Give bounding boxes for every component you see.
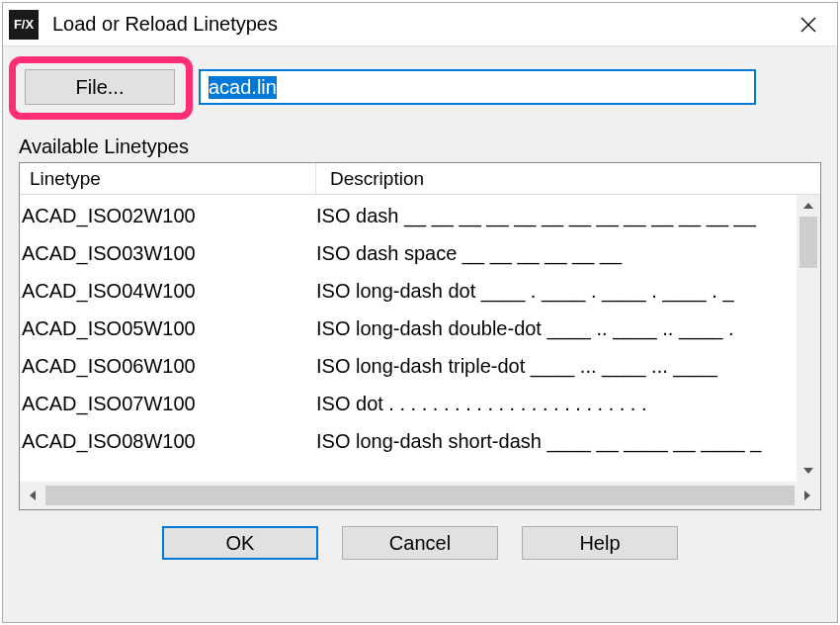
cell-description: ISO long-dash triple-dot ____ ... ____ .… xyxy=(316,347,820,385)
file-input-value: acad.lin xyxy=(209,76,277,99)
svg-marker-2 xyxy=(803,203,813,209)
vertical-scrollbar[interactable] xyxy=(797,195,820,482)
dialog-content: File... acad.lin Available Linetypes Lin… xyxy=(3,46,837,622)
linetype-listbox[interactable]: Linetype Description ACAD_ISO02W100ISO d… xyxy=(19,162,821,510)
list-rows: ACAD_ISO02W100ISO dash __ __ __ __ __ __… xyxy=(20,195,820,460)
horizontal-scroll-thumb[interactable] xyxy=(45,486,795,505)
close-icon xyxy=(800,17,816,33)
cell-linetype: ACAD_ISO03W100 xyxy=(22,234,316,272)
cell-description: ISO long-dash dot ____ . ____ . ____ . _… xyxy=(316,272,820,310)
list-headers: Linetype Description xyxy=(20,163,820,195)
cell-description: ISO dash space __ __ __ __ __ __ xyxy=(316,234,820,272)
horizontal-scrollbar[interactable] xyxy=(20,482,820,509)
cell-description: ISO long-dash short-dash ____ __ ____ __… xyxy=(316,422,820,460)
cell-description: ISO long-dash double-dot ____ .. ____ ..… xyxy=(316,310,820,347)
table-row[interactable]: ACAD_ISO06W100ISO long-dash triple-dot _… xyxy=(22,347,820,385)
dialog-title: Load or Reload Linetypes xyxy=(52,13,278,36)
cell-linetype: ACAD_ISO05W100 xyxy=(22,310,316,347)
cell-linetype: ACAD_ISO02W100 xyxy=(22,197,316,234)
table-row[interactable]: ACAD_ISO08W100ISO long-dash short-dash _… xyxy=(22,422,820,460)
ok-button[interactable]: OK xyxy=(162,526,318,560)
table-row[interactable]: ACAD_ISO05W100ISO long-dash double-dot _… xyxy=(22,310,820,347)
help-button[interactable]: Help xyxy=(522,526,678,560)
close-button[interactable] xyxy=(780,3,837,46)
dialog-buttons: OK Cancel Help xyxy=(19,526,821,560)
file-row: File... acad.lin xyxy=(19,56,821,118)
table-row[interactable]: ACAD_ISO02W100ISO dash __ __ __ __ __ __… xyxy=(22,197,820,234)
scroll-down-arrow-icon[interactable] xyxy=(797,460,820,482)
cancel-button[interactable]: Cancel xyxy=(342,526,498,560)
svg-marker-5 xyxy=(804,491,810,500)
file-button[interactable]: File... xyxy=(25,69,175,105)
scroll-up-arrow-icon[interactable] xyxy=(797,195,820,217)
cell-linetype: ACAD_ISO04W100 xyxy=(22,272,316,310)
cell-linetype: ACAD_ISO07W100 xyxy=(22,385,316,422)
table-row[interactable]: ACAD_ISO07W100ISO dot . . . . . . . . . … xyxy=(22,385,820,422)
load-linetypes-dialog: F/X Load or Reload Linetypes File... aca… xyxy=(2,2,838,623)
cell-linetype: ACAD_ISO08W100 xyxy=(22,422,316,460)
horizontal-scroll-track[interactable] xyxy=(45,486,795,505)
file-input[interactable]: acad.lin xyxy=(199,69,756,105)
vertical-scroll-thumb[interactable] xyxy=(799,217,817,268)
titlebar: F/X Load or Reload Linetypes xyxy=(3,3,837,46)
header-linetype[interactable]: Linetype xyxy=(20,163,316,194)
cell-description: ISO dash __ __ __ __ __ __ __ __ __ __ _… xyxy=(316,197,820,234)
scroll-right-arrow-icon[interactable] xyxy=(795,482,820,509)
scroll-left-arrow-icon[interactable] xyxy=(20,482,45,509)
cell-linetype: ACAD_ISO06W100 xyxy=(22,347,316,385)
fx-logo-icon: F/X xyxy=(9,10,39,40)
list-rows-container: ACAD_ISO02W100ISO dash __ __ __ __ __ __… xyxy=(20,195,820,509)
svg-marker-3 xyxy=(803,468,813,474)
cell-description: ISO dot . . . . . . . . . . . . . . . . … xyxy=(316,385,820,422)
table-row[interactable]: ACAD_ISO03W100ISO dash space __ __ __ __… xyxy=(22,234,820,272)
svg-marker-4 xyxy=(30,491,36,500)
header-description[interactable]: Description xyxy=(316,163,820,194)
available-linetypes-label: Available Linetypes xyxy=(19,135,821,158)
table-row[interactable]: ACAD_ISO04W100ISO long-dash dot ____ . _… xyxy=(22,272,820,310)
